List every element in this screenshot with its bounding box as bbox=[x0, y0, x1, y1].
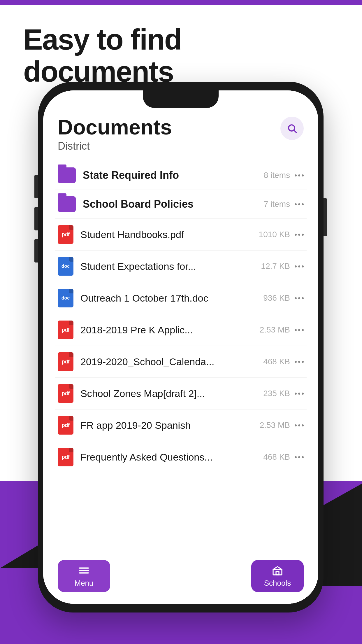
list-item[interactable]: pdf Frequently Asked Questions... 468 KB bbox=[55, 441, 307, 473]
search-button[interactable] bbox=[280, 117, 304, 140]
item-info: Frequently Asked Questions... bbox=[80, 452, 257, 463]
item-name: Outreach 1 October 17th.doc bbox=[80, 293, 257, 304]
item-info: Outreach 1 October 17th.doc bbox=[80, 293, 257, 304]
svg-point-0 bbox=[289, 125, 295, 131]
pdf-icon: pdf bbox=[58, 225, 73, 244]
phone-notch bbox=[143, 90, 219, 108]
more-button[interactable] bbox=[295, 297, 304, 299]
volume-up-button bbox=[34, 175, 38, 198]
pdf-icon: pdf bbox=[58, 416, 73, 435]
folder-icon bbox=[58, 196, 76, 212]
menu-label: Menu bbox=[74, 579, 93, 588]
list-item[interactable]: School Board Policies 7 items bbox=[55, 190, 307, 219]
item-info: 2018-2019 Pre K Applic... bbox=[80, 324, 254, 336]
more-button[interactable] bbox=[295, 329, 304, 331]
list-item[interactable]: pdf Student Handbooks.pdf 1010 KB bbox=[55, 219, 307, 251]
doc-icon: doc bbox=[58, 289, 73, 307]
more-button[interactable] bbox=[295, 424, 304, 426]
pdf-icon: pdf bbox=[58, 352, 73, 371]
power-button bbox=[324, 198, 327, 236]
more-button[interactable] bbox=[295, 361, 304, 363]
item-size: 7 items bbox=[264, 200, 290, 209]
screen-content: Documents District State Required Info bbox=[43, 90, 318, 604]
list-item[interactable]: pdf FR app 2019-20 Spanish 2.53 MB bbox=[55, 410, 307, 441]
top-bar bbox=[0, 0, 362, 5]
item-name: School Board Policies bbox=[83, 198, 258, 210]
more-button[interactable] bbox=[295, 174, 304, 176]
schools-icon bbox=[272, 565, 283, 576]
svg-line-1 bbox=[294, 131, 297, 133]
item-info: Student Expectations for... bbox=[80, 261, 255, 272]
menu-button[interactable]: Menu bbox=[58, 560, 110, 592]
item-size: 1010 KB bbox=[259, 230, 290, 239]
item-name: 2018-2019 Pre K Applic... bbox=[80, 324, 254, 336]
doc-icon: doc bbox=[58, 257, 73, 276]
more-button[interactable] bbox=[295, 393, 304, 395]
item-name: 2019-2020_School_Calenda... bbox=[80, 356, 257, 368]
page-title: Easy to find documents bbox=[23, 23, 339, 88]
item-name: School Zones Map[draft 2]... bbox=[80, 388, 257, 399]
item-size: 12.7 KB bbox=[261, 262, 290, 271]
item-name: Student Handbooks.pdf bbox=[80, 229, 253, 240]
item-info: 2019-2020_School_Calenda... bbox=[80, 356, 257, 368]
documents-title: Documents bbox=[58, 117, 304, 138]
more-button[interactable] bbox=[295, 203, 304, 205]
more-button[interactable] bbox=[295, 456, 304, 458]
item-size: 235 KB bbox=[263, 389, 290, 398]
volume-down-button bbox=[34, 207, 38, 230]
item-size: 468 KB bbox=[263, 357, 290, 366]
item-size: 2.53 MB bbox=[260, 325, 290, 335]
item-size: 8 items bbox=[264, 171, 290, 180]
schools-label: Schools bbox=[264, 579, 291, 588]
documents-subtitle: District bbox=[58, 140, 304, 152]
pdf-icon: pdf bbox=[58, 384, 73, 403]
item-info: FR app 2019-20 Spanish bbox=[80, 420, 254, 431]
list-item[interactable]: State Required Info 8 items bbox=[55, 161, 307, 190]
phone-screen: Documents District State Required Info bbox=[43, 90, 318, 604]
item-name: FR app 2019-20 Spanish bbox=[80, 420, 254, 431]
pdf-icon: pdf bbox=[58, 448, 73, 466]
more-button[interactable] bbox=[295, 265, 304, 267]
svg-rect-6 bbox=[276, 571, 279, 575]
menu-icon bbox=[78, 565, 90, 576]
document-list: State Required Info 8 items School Board… bbox=[43, 161, 318, 473]
bottom-nav: Menu Schools bbox=[43, 557, 318, 604]
search-icon bbox=[287, 123, 297, 134]
list-item[interactable]: doc Outreach 1 October 17th.doc 936 KB bbox=[55, 282, 307, 314]
item-info: Student Handbooks.pdf bbox=[80, 229, 253, 240]
list-item[interactable]: doc Student Expectations for... 12.7 KB bbox=[55, 251, 307, 282]
item-info: School Board Policies bbox=[83, 198, 258, 210]
svg-rect-5 bbox=[273, 569, 282, 575]
folder-icon bbox=[58, 167, 76, 183]
item-name: State Required Info bbox=[83, 169, 258, 181]
item-name: Frequently Asked Questions... bbox=[80, 452, 257, 463]
schools-button[interactable]: Schools bbox=[251, 560, 304, 592]
item-size: 468 KB bbox=[263, 452, 290, 462]
item-name: Student Expectations for... bbox=[80, 261, 255, 272]
list-item[interactable]: pdf 2018-2019 Pre K Applic... 2.53 MB bbox=[55, 314, 307, 346]
pdf-icon: pdf bbox=[58, 321, 73, 339]
item-size: 936 KB bbox=[263, 293, 290, 303]
list-item[interactable]: pdf School Zones Map[draft 2]... 235 KB bbox=[55, 378, 307, 410]
item-info: School Zones Map[draft 2]... bbox=[80, 388, 257, 399]
list-item[interactable]: pdf 2019-2020_School_Calenda... 468 KB bbox=[55, 346, 307, 378]
item-info: State Required Info bbox=[83, 169, 258, 181]
silent-button bbox=[34, 239, 38, 262]
item-size: 2.53 MB bbox=[260, 421, 290, 430]
phone-mockup: Documents District State Required Info bbox=[38, 82, 324, 612]
more-button[interactable] bbox=[295, 234, 304, 236]
